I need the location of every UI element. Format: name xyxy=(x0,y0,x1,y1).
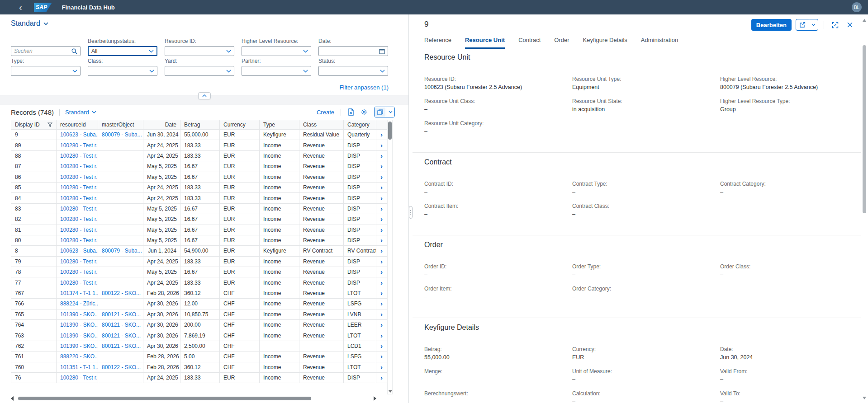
table-row[interactable]: 9 100623 - Suba... 800079 - Suba... Jun … xyxy=(11,130,387,140)
cell-resourceid-link[interactable]: 101390 - SKO... xyxy=(57,341,98,351)
cell-resourceid-link[interactable]: 100280 - Test r... xyxy=(57,225,98,235)
chevron-down-icon[interactable] xyxy=(226,50,231,53)
chevron-down-icon[interactable] xyxy=(149,50,154,53)
higher-level-resource-combobox[interactable] xyxy=(242,46,311,56)
cell-resourceid-link[interactable]: 888224 - Züric... xyxy=(57,299,98,309)
table-row[interactable]: 764 101390 - SKO... 800121 - SKO... Apr … xyxy=(11,320,387,330)
table-row[interactable]: 85 100280 - Test r... Apr 24, 2025 183.3… xyxy=(11,182,387,192)
cell-masterobject-link[interactable] xyxy=(98,299,143,309)
column-header-date[interactable]: Date xyxy=(143,120,180,130)
cell-resourceid-link[interactable]: 100280 - Test r... xyxy=(57,214,98,225)
tab[interactable]: Contract xyxy=(518,37,541,49)
table-row[interactable]: 76 100280 - Test r... Apr 24, 2025 183.3… xyxy=(11,372,387,383)
scroll-right-arrow[interactable] xyxy=(374,396,376,401)
avatar[interactable]: BL xyxy=(852,2,862,12)
adapt-filters-link[interactable]: Filter anpassen (1) xyxy=(340,84,389,91)
table-row[interactable]: 8 100623 - Suba... 800079 - Suba... Jun … xyxy=(11,246,387,256)
page-variant-selector[interactable]: Standard xyxy=(11,19,48,28)
tab[interactable]: Resource Unit xyxy=(465,37,505,49)
scroll-up-arrow[interactable] xyxy=(863,19,866,22)
table-row[interactable]: 81 100280 - Test r... May 5, 2025 16.67 … xyxy=(11,225,387,235)
filter-combobox[interactable] xyxy=(11,66,81,76)
row-navigate-button[interactable]: › xyxy=(376,341,387,351)
create-button[interactable]: Create xyxy=(317,109,334,116)
cell-masterobject-link[interactable] xyxy=(98,277,143,288)
row-navigate-button[interactable]: › xyxy=(376,309,387,319)
collapse-header-button[interactable] xyxy=(198,92,211,99)
row-navigate-button[interactable]: › xyxy=(376,362,387,372)
cell-resourceid-link[interactable]: 100280 - Test r... xyxy=(57,203,98,214)
search-input-box[interactable] xyxy=(11,46,81,56)
table-row[interactable]: 761 888220 - SKO... Feb 28, 2026 5.00 CH… xyxy=(11,351,387,362)
cell-resourceid-link[interactable]: 100280 - Test r... xyxy=(57,193,98,203)
scroll-left-arrow[interactable] xyxy=(11,396,14,401)
cell-masterobject-link[interactable]: 800122 - SKO... xyxy=(98,288,143,298)
cell-resourceid-link[interactable]: 100280 - Test r... xyxy=(57,150,98,161)
row-navigate-button[interactable]: › xyxy=(376,161,387,172)
cell-masterobject-link[interactable] xyxy=(98,235,143,245)
enter-fullscreen-button[interactable] xyxy=(830,19,840,30)
scroll-down-arrow[interactable] xyxy=(389,390,392,393)
table-row[interactable]: 762 101390 - SKO... 800121 - SKO... Apr … xyxy=(11,341,387,351)
export-icon[interactable] xyxy=(347,108,354,116)
cell-resourceid-link[interactable]: 100280 - Test r... xyxy=(57,182,98,192)
date-picker[interactable] xyxy=(318,46,388,56)
scrollbar-thumb[interactable] xyxy=(18,397,311,400)
row-navigate-button[interactable]: › xyxy=(376,225,387,235)
cell-masterobject-link[interactable]: 800079 - Suba... xyxy=(98,130,143,140)
chevron-down-icon[interactable] xyxy=(72,70,77,73)
tab[interactable]: Reference xyxy=(424,37,451,49)
scrollbar-thumb[interactable] xyxy=(388,122,392,140)
column-header-type[interactable]: Type xyxy=(260,120,299,130)
edit-button[interactable]: Bearbeiten xyxy=(751,19,792,31)
search-input[interactable] xyxy=(14,48,71,54)
back-icon[interactable]: ‹ xyxy=(19,3,22,12)
calendar-icon[interactable] xyxy=(379,48,385,54)
row-navigate-button[interactable]: › xyxy=(376,351,387,362)
row-navigate-button[interactable]: › xyxy=(376,235,387,245)
scrollbar-thumb[interactable] xyxy=(863,45,866,213)
bearbeitungsstatus-select[interactable]: All xyxy=(88,46,157,56)
table-row[interactable]: 760 101351 - T-1 1... 800122 - SKO... Fe… xyxy=(11,362,387,372)
column-header-class[interactable]: Class xyxy=(299,120,344,130)
cell-masterobject-link[interactable] xyxy=(98,182,143,192)
table-row[interactable]: 89 100280 - Test r... Apr 24, 2025 183.3… xyxy=(11,140,387,150)
cell-masterobject-link[interactable] xyxy=(98,372,143,383)
row-navigate-button[interactable]: › xyxy=(376,372,387,383)
row-navigate-button[interactable]: › xyxy=(376,203,387,214)
cell-resourceid-link[interactable]: 100280 - Test r... xyxy=(57,161,98,172)
filter-combobox[interactable] xyxy=(165,66,234,76)
tab[interactable]: Keyfigure Details xyxy=(583,37,627,49)
tab[interactable]: Order xyxy=(554,37,569,49)
resource-id-combobox[interactable] xyxy=(165,46,234,56)
table-row[interactable]: 83 100280 - Test r... May 5, 2025 16.67 … xyxy=(11,203,387,214)
column-header-currency[interactable]: Currency xyxy=(220,120,260,130)
table-row[interactable]: 80 100280 - Test r... May 5, 2025 16.67 … xyxy=(11,235,387,245)
column-header-category[interactable]: Category xyxy=(344,120,376,130)
cell-masterobject-link[interactable]: 800121 - SKO... xyxy=(98,309,143,319)
cell-masterobject-link[interactable] xyxy=(98,193,143,203)
detail-vertical-scrollbar[interactable] xyxy=(862,17,867,400)
table-row[interactable]: 87 100280 - Test r... May 5, 2025 16.67 … xyxy=(11,161,387,172)
row-navigate-button[interactable]: › xyxy=(376,214,387,225)
cell-resourceid-link[interactable]: 100623 - Suba... xyxy=(57,130,98,140)
cell-masterobject-link[interactable] xyxy=(98,351,143,362)
close-button[interactable] xyxy=(844,19,855,30)
table-row[interactable]: 763 101390 - SKO... 800121 - SKO... Apr … xyxy=(11,330,387,341)
table-row[interactable]: 78 100280 - Test r... May 5, 2025 16.67 … xyxy=(11,267,387,277)
table-row[interactable]: 77 100280 - Test r... Apr 24, 2025 183.3… xyxy=(11,277,387,288)
share-button[interactable] xyxy=(796,19,809,30)
cell-masterobject-link[interactable] xyxy=(98,140,143,150)
filter-combobox[interactable] xyxy=(318,66,388,76)
table-row[interactable]: 88 100280 - Test r... Apr 24, 2025 183.3… xyxy=(11,150,387,161)
cell-masterobject-link[interactable] xyxy=(98,256,143,267)
table-row[interactable]: 84 100280 - Test r... Apr 24, 2025 183.3… xyxy=(11,193,387,203)
table-variant-selector[interactable]: Standard xyxy=(65,109,96,116)
cell-resourceid-link[interactable]: 888220 - SKO... xyxy=(57,351,98,362)
row-navigate-button[interactable]: › xyxy=(376,320,387,330)
cell-resourceid-link[interactable]: 101374 - T-1 1... xyxy=(57,288,98,298)
share-menu-button[interactable] xyxy=(809,19,818,30)
chevron-down-icon[interactable] xyxy=(303,70,308,73)
cell-resourceid-link[interactable]: 101390 - SKO... xyxy=(57,330,98,341)
row-navigate-button[interactable]: › xyxy=(376,130,387,140)
